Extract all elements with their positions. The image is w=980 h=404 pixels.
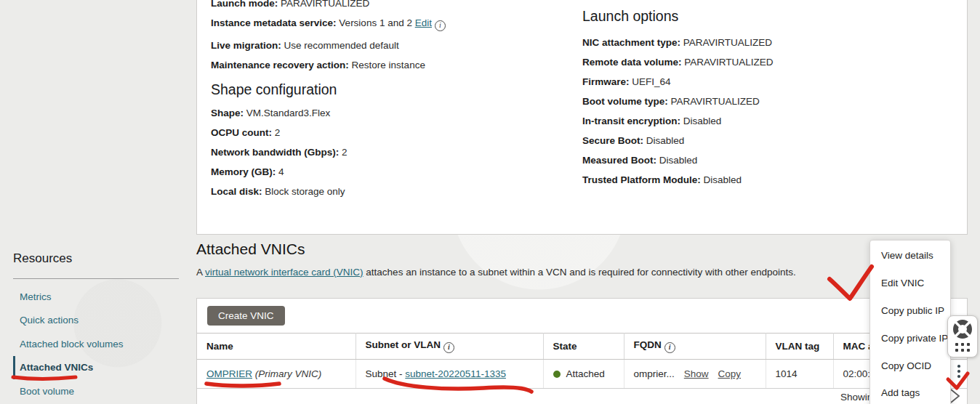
sidebar-item-attached-block-volumes[interactable]: Attached block volumes: [13, 332, 179, 356]
detail-label: Firmware:: [582, 76, 630, 87]
info-icon[interactable]: i: [443, 342, 454, 353]
status-text: Attached: [566, 368, 605, 379]
attached-vnics-section-header: Attached VNICs A virtual network interfa…: [196, 241, 923, 278]
detail-label: Live migration:: [211, 40, 281, 51]
detail-label: OCPU count:: [211, 127, 272, 138]
sidebar-item-quick-actions[interactable]: Quick actions: [13, 309, 179, 333]
resources-title: Resources: [13, 251, 179, 267]
detail-label: Boot volume type:: [582, 96, 668, 107]
cell-vlan-tag: 1014: [766, 360, 833, 389]
copy-fqdn-link[interactable]: Copy: [718, 368, 742, 379]
edit-metadata-link[interactable]: Edit: [415, 17, 432, 28]
info-icon[interactable]: i: [664, 342, 675, 353]
sidebar-divider: [13, 278, 179, 279]
show-fqdn-link[interactable]: Show: [684, 368, 709, 379]
detail-value: PARAVIRTUALIZED: [683, 37, 772, 48]
detail-row: Shape: VM.Standard3.Flex: [211, 108, 560, 118]
grid-dots-icon[interactable]: [955, 343, 970, 352]
status-dot-green: [553, 371, 561, 378]
column-header-vlan-tag[interactable]: VLAN tag: [766, 334, 833, 360]
page-title: Attached VNICs: [196, 241, 923, 258]
cell-fqdn: omprier...ShowCopy: [624, 360, 766, 389]
table-footer-count: Showin: [840, 392, 872, 403]
sidebar-item-label[interactable]: Metrics: [20, 291, 52, 302]
primary-vnic-note: (Primary VNIC): [255, 368, 322, 379]
detail-value: Disabled: [704, 174, 742, 185]
detail-row: Launch mode: PARAVIRTUALIZED: [211, 0, 560, 9]
menu-item-view-details[interactable]: View details: [870, 242, 950, 270]
column-header-fqdn[interactable]: FQDNi: [624, 334, 766, 360]
detail-value: Use recommended default: [284, 40, 399, 51]
sidebar-item-label[interactable]: Quick actions: [20, 315, 79, 326]
detail-row: Trusted Platform Module: Disabled: [582, 174, 946, 185]
launch-options-column: Launch options NIC attachment type: PARA…: [582, 7, 946, 194]
detail-value: Restore instance: [352, 60, 425, 70]
menu-item-edit-vnic[interactable]: Edit VNIC: [870, 270, 950, 297]
detail-row: Secure Boot: Disabled: [582, 135, 946, 146]
vnics-table: Name Subnet or VLANi State FQDNi VLAN ta…: [197, 333, 968, 389]
detail-label: Launch mode:: [211, 0, 278, 9]
detail-row: Memory (GB): 4: [211, 166, 560, 177]
cell-name: OMPRIER (Primary VNIC): [197, 360, 356, 389]
detail-value: PARAVIRTUALIZED: [671, 96, 760, 107]
menu-item-copy-public-ip[interactable]: Copy public IP: [870, 297, 950, 325]
detail-value: VM.Standard3.Flex: [246, 108, 331, 118]
sidebar-item-label[interactable]: Boot volume: [20, 386, 74, 397]
menu-item-copy-private-ip[interactable]: Copy private IP: [870, 324, 950, 352]
detail-label: Measured Boot:: [582, 155, 656, 166]
fqdn-value: omprier...: [634, 368, 675, 379]
detail-row: Measured Boot: Disabled: [582, 155, 946, 166]
table-header-row: Name Subnet or VLANi State FQDNi VLAN ta…: [197, 334, 968, 360]
column-header-subnet[interactable]: Subnet or VLANi: [356, 334, 543, 360]
info-icon[interactable]: i: [435, 20, 446, 31]
detail-label: Local disk:: [211, 186, 262, 197]
resources-sidebar: Resources Metrics Quick actions Attached…: [13, 248, 179, 403]
vnic-doc-link[interactable]: virtual network interface card (VNIC): [205, 267, 364, 278]
cell-subnet: Subnet - subnet-20220511-1335: [356, 360, 543, 389]
instance-details-left-column: Launch mode: PARAVIRTUALIZED Instance me…: [211, 0, 560, 206]
detail-row: In-transit encryption: Disabled: [582, 116, 946, 126]
sidebar-item-label[interactable]: Attached block volumes: [20, 339, 124, 350]
detail-row: Local disk: Block storage only: [211, 186, 560, 197]
sidebar-item-boot-volume[interactable]: Boot volume: [13, 379, 179, 403]
detail-row: Instance metadata service: Versions 1 an…: [211, 17, 560, 31]
detail-value: Block storage only: [265, 186, 345, 197]
detail-row: Firmware: UEFI_64: [582, 76, 946, 87]
detail-label: Memory (GB):: [211, 166, 276, 177]
detail-value: Versions 1 and 2: [339, 17, 412, 28]
cell-state: Attached: [543, 360, 624, 389]
vnic-name-link[interactable]: OMPRIER: [206, 368, 252, 379]
subnet-prefix: Subnet -: [366, 368, 406, 379]
shape-configuration-title: Shape configuration: [211, 81, 560, 98]
detail-label: NIC attachment type:: [582, 37, 680, 48]
column-header-name[interactable]: Name: [197, 334, 356, 360]
menu-item-copy-ocid[interactable]: Copy OCID: [870, 352, 950, 379]
detail-row: NIC attachment type: PARAVIRTUALIZED: [582, 37, 946, 48]
floating-help-widget[interactable]: [947, 315, 978, 357]
detail-row: Live migration: Use recommended default: [211, 40, 560, 51]
detail-value: 2: [275, 127, 281, 138]
description-text: attaches an instance to a subnet within …: [364, 267, 796, 278]
detail-value: Disabled: [683, 116, 722, 126]
row-actions-context-menu: View details Edit VNIC Copy public IP Co…: [869, 240, 951, 404]
detail-value: Disabled: [646, 135, 685, 146]
detail-value: 4: [278, 166, 284, 177]
detail-label: In-transit encryption:: [582, 116, 680, 126]
detail-row: Network bandwidth (Gbps): 2: [211, 147, 560, 158]
vnics-table-panel: Create VNIC Name Subnet or VLANi State F…: [196, 298, 968, 404]
detail-row: OCPU count: 2: [211, 127, 560, 138]
sidebar-item-attached-vnics[interactable]: Attached VNICs: [13, 356, 179, 380]
kebab-menu-icon[interactable]: [957, 365, 960, 378]
create-vnic-button[interactable]: Create VNIC: [207, 306, 285, 326]
detail-label: Instance metadata service:: [211, 17, 337, 28]
column-header-state[interactable]: State: [543, 334, 624, 360]
sidebar-item-label[interactable]: Attached VNICs: [20, 362, 93, 373]
sidebar-item-metrics[interactable]: Metrics: [13, 285, 179, 309]
detail-label: Shape:: [211, 108, 244, 118]
life-ring-icon[interactable]: [952, 319, 973, 339]
subnet-link[interactable]: subnet-20220511-1335: [405, 368, 506, 379]
description-text: A: [196, 267, 205, 278]
detail-label: Trusted Platform Module:: [582, 174, 701, 185]
menu-item-add-tags[interactable]: Add tags: [870, 379, 950, 404]
detail-value: Disabled: [659, 155, 698, 166]
